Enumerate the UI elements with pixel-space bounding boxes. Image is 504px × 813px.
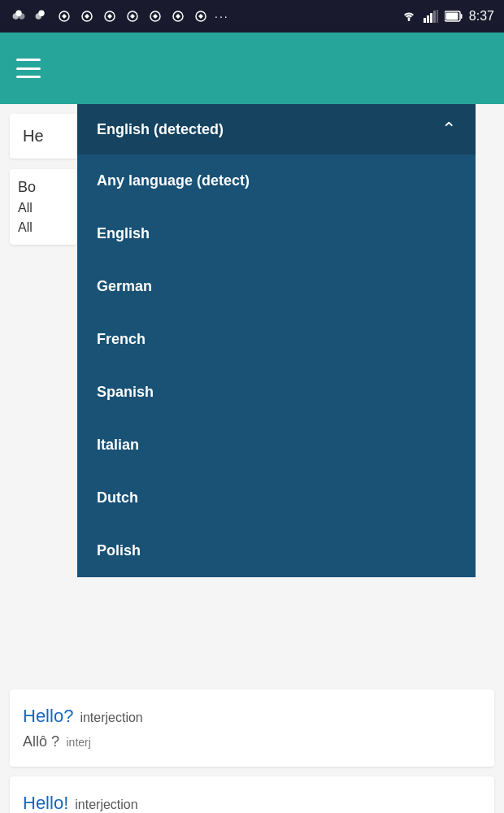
translation-card-2: Hello! interjection — [10, 776, 494, 813]
language-option-english[interactable]: English — [77, 207, 476, 260]
status-bar: ··· 8:37 — [0, 0, 504, 33]
translation-type-1: interj — [66, 736, 90, 749]
language-option-italian[interactable]: Italian — [77, 419, 476, 472]
partial-cards-area: Bo All All — [0, 169, 77, 248]
translation-card-1: Hello? interjection Allô ? interj — [10, 689, 494, 767]
partial-line-1: Bo — [18, 179, 69, 196]
word-type-2: interjection — [75, 798, 137, 812]
app-icon-2 — [33, 7, 50, 25]
svg-rect-14 — [445, 13, 458, 20]
language-option-french[interactable]: French — [77, 313, 476, 366]
app-icon-9 — [192, 7, 210, 25]
partial-card-top: He — [10, 114, 83, 159]
wifi-icon — [401, 10, 417, 23]
language-option-german[interactable]: German — [77, 260, 476, 313]
language-option-any[interactable]: Any language (detect) — [77, 154, 476, 207]
content-area: He English (detected) ⌃ Any language (de… — [0, 104, 504, 169]
dropdown-selected-language: English (detected) — [97, 121, 224, 138]
status-bar-right: 8:37 — [401, 9, 494, 24]
app-icon-6 — [124, 7, 141, 25]
app-bar — [0, 33, 504, 104]
translation-cards-section: Hello? interjection Allô ? interj Hello!… — [0, 689, 504, 813]
app-icon-8 — [169, 7, 187, 25]
svg-rect-9 — [430, 13, 432, 23]
dropdown-header[interactable]: English (detected) ⌃ — [77, 104, 476, 154]
language-option-spanish[interactable]: Spanish — [77, 366, 476, 419]
partial-card-text: He — [23, 127, 44, 145]
app-icon-4 — [78, 7, 96, 25]
battery-icon — [445, 11, 463, 22]
overflow-dots: ··· — [215, 10, 229, 23]
app-icon-5 — [101, 7, 119, 25]
language-option-polish[interactable]: Polish — [77, 524, 476, 577]
hamburger-line-1 — [16, 59, 41, 61]
signal-icon — [424, 10, 438, 23]
svg-rect-13 — [460, 14, 462, 19]
language-dropdown: English (detected) ⌃ Any language (detec… — [77, 104, 476, 577]
hamburger-line-2 — [16, 67, 41, 70]
chevron-up-icon: ⌃ — [441, 119, 456, 140]
hamburger-menu-button[interactable] — [16, 59, 41, 78]
svg-rect-11 — [437, 10, 438, 23]
language-list: Any language (detect) English German Fre… — [77, 154, 476, 577]
status-time: 8:37 — [469, 9, 494, 24]
word-hello-q: Hello? — [23, 706, 73, 727]
partial-line-2: All — [18, 201, 69, 215]
app-icon-7 — [146, 7, 164, 25]
svg-rect-10 — [433, 11, 436, 23]
status-bar-left-icons: ··· — [10, 7, 229, 25]
hamburger-line-3 — [16, 76, 41, 78]
app-icon-3 — [55, 7, 73, 25]
app-icon-1 — [10, 7, 28, 25]
svg-rect-7 — [424, 18, 426, 23]
word-hello-excl: Hello! — [23, 793, 68, 813]
word-type-1: interjection — [80, 711, 142, 725]
partial-line-3: All — [18, 220, 69, 235]
svg-rect-8 — [427, 15, 429, 23]
translation-1: Allô ? — [23, 733, 59, 750]
language-option-dutch[interactable]: Dutch — [77, 472, 476, 524]
